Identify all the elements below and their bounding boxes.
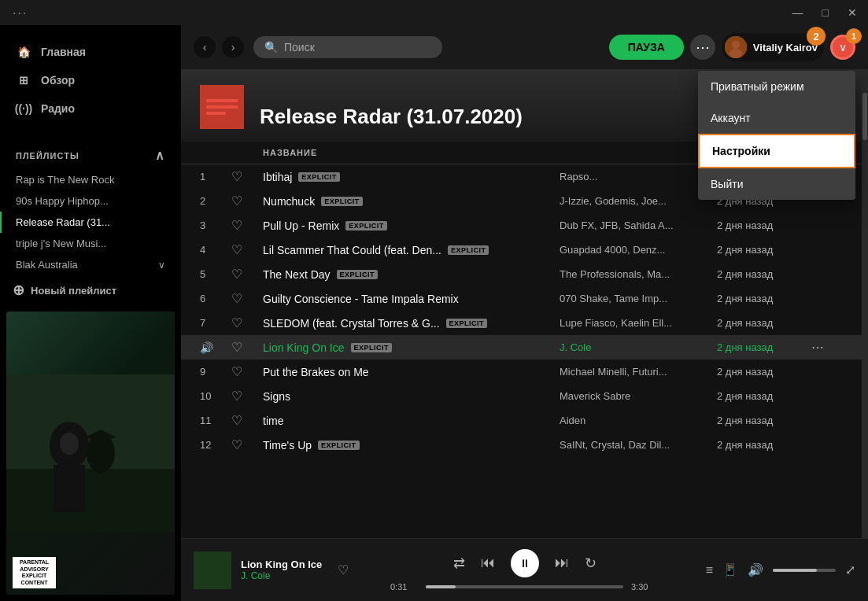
track-heart-icon[interactable]: ♡ bbox=[231, 438, 242, 452]
track-index-cell: 3 bbox=[200, 219, 231, 231]
track-name-cell: The Next Day EXPLICIT bbox=[263, 268, 560, 281]
track-artist: Dub FX, JFB, Sahida A... bbox=[560, 219, 717, 231]
track-index-cell: 🔊 bbox=[200, 341, 231, 354]
more-options-button[interactable]: ⋯ bbox=[690, 35, 715, 60]
playlist-cover-art bbox=[200, 85, 244, 129]
volume-fill bbox=[773, 569, 817, 572]
queue-icon[interactable]: ≡ bbox=[706, 563, 713, 577]
close-button[interactable]: ✕ bbox=[843, 5, 862, 20]
sidebar-item-browse[interactable]: ⊞ Обзор bbox=[6, 66, 175, 94]
devices-icon[interactable]: 📱 bbox=[722, 562, 738, 577]
track-index-cell: 4 bbox=[200, 244, 231, 256]
sidebar-item-home[interactable]: 🏠 Главная bbox=[6, 38, 175, 66]
player-controls: ⇄ ⏮ ⏸ ⏭ ↻ 0:31 3:30 bbox=[390, 549, 659, 592]
track-number: 3 bbox=[200, 219, 205, 231]
dropdown-item-settings[interactable]: Настройки bbox=[698, 134, 855, 168]
track-more-button[interactable]: ⋯ bbox=[811, 341, 824, 354]
track-date: 2 дня назад bbox=[717, 415, 811, 426]
track-date: 2 дня назад bbox=[717, 268, 811, 280]
track-row[interactable]: 9 ♡ Put the Brakes on Me Michael Minelli… bbox=[181, 359, 862, 384]
back-button[interactable]: ‹ bbox=[194, 36, 216, 58]
track-row[interactable]: 6 ♡ Guilty Conscience - Tame Impala Remi… bbox=[181, 286, 862, 311]
playlist-item-4[interactable]: Blak Australia ∨ bbox=[0, 254, 181, 275]
playlist-item-1[interactable]: 90s Happy Hiphop... bbox=[0, 190, 181, 212]
explicit-badge: EXPLICIT bbox=[446, 319, 488, 328]
track-number: 4 bbox=[200, 244, 205, 256]
track-index-cell: 7 bbox=[200, 317, 231, 329]
track-heart-icon[interactable]: ♡ bbox=[231, 365, 242, 378]
volume-bar[interactable] bbox=[773, 569, 836, 572]
track-title: Guilty Conscience - Tame Impala Remix bbox=[263, 293, 459, 305]
next-button[interactable]: ⏭ bbox=[555, 555, 569, 571]
sidebar-item-browse-label: Обзор bbox=[41, 74, 75, 87]
shuffle-button[interactable]: ⇄ bbox=[453, 555, 465, 572]
track-index-cell: 9 bbox=[200, 366, 231, 378]
track-row[interactable]: 11 ♡ time Aiden 2 дня назад bbox=[181, 408, 862, 433]
dropdown-item-private[interactable]: Приватный режим bbox=[698, 71, 855, 102]
dropdown-menu: Приватный режим Аккаунт Настройки Выйти bbox=[698, 71, 855, 200]
track-name-cell: SLEDOM (feat. Crystal Torres & G... EXPL… bbox=[263, 317, 560, 330]
time-current: 0:31 bbox=[390, 582, 418, 592]
maximize-button[interactable]: □ bbox=[818, 5, 833, 20]
pause-button[interactable]: ПАУЗА bbox=[609, 35, 684, 60]
track-title: Ibtihaj bbox=[263, 171, 292, 183]
playlists-collapse-icon[interactable]: ∧ bbox=[155, 148, 165, 163]
track-row[interactable]: 12 ♡ Time's Up EXPLICIT SaINt, Crystal, … bbox=[181, 433, 862, 457]
svg-point-9 bbox=[729, 49, 742, 58]
track-row[interactable]: 7 ♡ SLEDOM (feat. Crystal Torres & G... … bbox=[181, 311, 862, 335]
track-heart-icon[interactable]: ♡ bbox=[231, 170, 242, 183]
app-menu-dots[interactable]: ··· bbox=[13, 6, 28, 20]
forward-button[interactable]: › bbox=[222, 36, 244, 58]
add-playlist-icon: ⊕ bbox=[13, 282, 24, 299]
track-heart-icon[interactable]: ♡ bbox=[231, 389, 242, 403]
player-right: ≡ 📱 🔊 ⤢ bbox=[659, 562, 855, 577]
track-title: Time's Up bbox=[263, 439, 312, 452]
track-index-cell: 11 bbox=[200, 415, 231, 426]
favorite-icon[interactable]: ♡ bbox=[338, 562, 349, 577]
track-artist: SaINt, Crystal, Daz Dil... bbox=[560, 439, 717, 451]
playlist-item-2[interactable]: Release Radar (31... bbox=[0, 212, 181, 233]
track-heart-icon[interactable]: ♡ bbox=[231, 316, 242, 330]
new-playlist-button[interactable]: ⊕ Новый плейлист bbox=[0, 275, 181, 305]
track-heart-icon[interactable]: ♡ bbox=[231, 341, 242, 354]
fullscreen-icon[interactable]: ⤢ bbox=[845, 562, 855, 577]
track-number: 7 bbox=[200, 317, 205, 329]
player-bar: Lion King On Ice J. Cole ♡ ⇄ ⏮ ⏸ ⏭ ↻ 0:3… bbox=[181, 538, 868, 601]
track-title: Signs bbox=[263, 390, 290, 403]
track-row[interactable]: 4 ♡ Lil Scammer That Could (feat. Den...… bbox=[181, 238, 862, 262]
track-name-cell: Lion King On Ice EXPLICIT bbox=[263, 341, 560, 354]
track-row[interactable]: 🔊 ♡ Lion King On Ice EXPLICIT J. Cole 2 … bbox=[181, 335, 862, 359]
sidebar-item-radio[interactable]: ((·)) Радио bbox=[6, 94, 175, 123]
track-heart-icon[interactable]: ♡ bbox=[231, 414, 242, 427]
track-heart-icon[interactable]: ♡ bbox=[231, 243, 242, 256]
track-row[interactable]: 10 ♡ Signs Maverick Sabre 2 дня назад bbox=[181, 384, 862, 408]
track-heart-icon[interactable]: ♡ bbox=[231, 194, 242, 208]
scrollbar-thumb[interactable] bbox=[862, 93, 867, 140]
playlist-item-3[interactable]: triple j's New Musi... bbox=[0, 233, 181, 254]
minimize-button[interactable]: — bbox=[788, 5, 808, 20]
explicit-badge: EXPLICIT bbox=[337, 270, 379, 279]
search-box[interactable]: 🔍 bbox=[253, 36, 442, 58]
progress-track[interactable] bbox=[426, 585, 623, 588]
track-date: 2 дня назад bbox=[717, 219, 811, 231]
dropdown-item-account[interactable]: Аккаунт bbox=[698, 102, 855, 134]
track-heart-icon[interactable]: ♡ bbox=[231, 292, 242, 305]
previous-button[interactable]: ⏮ bbox=[481, 555, 495, 571]
track-heart-icon[interactable]: ♡ bbox=[231, 219, 242, 232]
track-name-cell: Signs bbox=[263, 390, 560, 403]
scrollbar[interactable] bbox=[862, 69, 868, 538]
search-input[interactable] bbox=[284, 41, 426, 53]
user-name-label: Vitaliy Kairov bbox=[753, 42, 818, 53]
now-playing: Lion King On Ice J. Cole ♡ bbox=[194, 551, 390, 589]
repeat-button[interactable]: ↻ bbox=[585, 555, 597, 572]
track-date: 2 дня назад bbox=[717, 244, 811, 256]
playlist-item-0[interactable]: Rap is The New Rock bbox=[0, 169, 181, 190]
track-heart-icon[interactable]: ♡ bbox=[231, 267, 242, 281]
track-title: Numchuck bbox=[263, 195, 315, 208]
track-heart-cell: ♡ bbox=[231, 340, 263, 355]
track-row[interactable]: 3 ♡ Pull Up - Remix EXPLICIT Dub FX, JFB… bbox=[181, 213, 862, 238]
dropdown-item-logout[interactable]: Выйти bbox=[698, 168, 855, 200]
track-artist: Lupe Fiasco, Kaelin Ell... bbox=[560, 317, 717, 329]
track-row[interactable]: 5 ♡ The Next Day EXPLICIT The Profession… bbox=[181, 262, 862, 286]
play-pause-button[interactable]: ⏸ bbox=[511, 549, 539, 577]
